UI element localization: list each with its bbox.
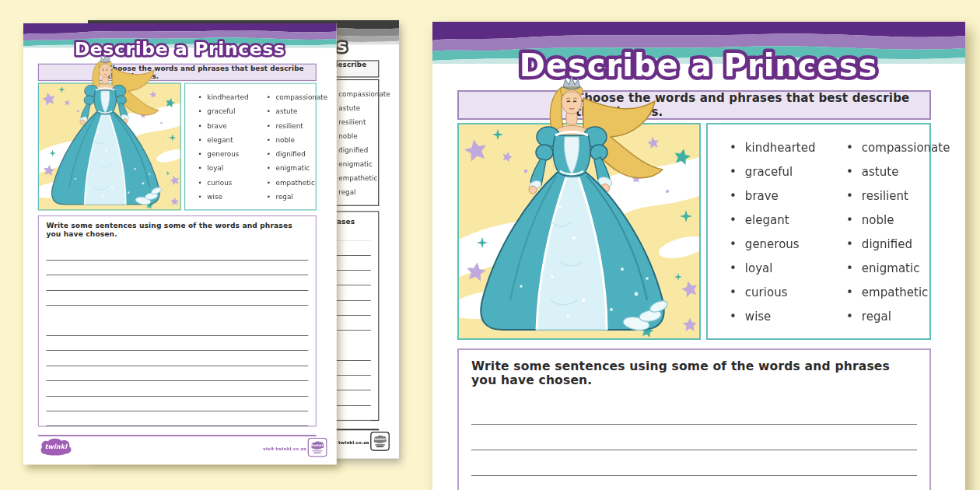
word-item: brave bbox=[198, 121, 267, 130]
word-list-box: kindhearted graceful brave elegant gener… bbox=[184, 82, 317, 210]
worksheet-title: Describe a Princess bbox=[432, 44, 965, 86]
worksheet-sheet: Describe a Princess Choose the words and… bbox=[23, 23, 337, 464]
word-item: curious bbox=[198, 178, 267, 187]
writing-prompt: Write some sentences using some of the w… bbox=[46, 222, 308, 238]
word-item: generous bbox=[730, 237, 846, 251]
badge-text-line bbox=[313, 450, 323, 451]
visit-link: visit twinkl.co.za bbox=[192, 446, 306, 450]
footer-divider bbox=[38, 435, 317, 436]
word-item: graceful bbox=[198, 107, 267, 116]
word-item: noble bbox=[267, 135, 327, 144]
svg-text:twinkl: twinkl bbox=[45, 443, 68, 450]
word-item: elegant bbox=[198, 135, 267, 144]
preview-canvas: Describe a Princess Choose the words and… bbox=[0, 0, 980, 490]
word-item: resilient bbox=[267, 121, 327, 130]
word-list: kindhearted graceful brave elegant gener… bbox=[185, 84, 316, 210]
word-item: brave bbox=[730, 189, 846, 203]
word-item: generous bbox=[198, 150, 267, 159]
word-item: compassionate bbox=[846, 141, 950, 155]
princess-image-box bbox=[457, 123, 701, 340]
instruction-box: Choose the words and phrases that best d… bbox=[457, 90, 931, 120]
writing-section: Write some sentences using some of the w… bbox=[457, 348, 931, 490]
word-item: graceful bbox=[730, 165, 846, 179]
word-item: astute bbox=[267, 107, 327, 116]
stars-background bbox=[39, 84, 180, 210]
writing-lines bbox=[46, 246, 308, 429]
word-item: kindhearted bbox=[730, 141, 846, 155]
badge-cloud-icon: twinkl bbox=[310, 441, 324, 450]
twinkl-logo: twinkl bbox=[39, 438, 74, 457]
word-list: kindhearted graceful brave elegant gener… bbox=[708, 124, 929, 339]
princess-image-box bbox=[38, 82, 181, 210]
word-item: wise bbox=[730, 310, 846, 324]
word-item: elegant bbox=[730, 213, 846, 227]
word-item: empathetic bbox=[267, 178, 327, 187]
word-item: regal bbox=[846, 310, 950, 324]
word-item: dignified bbox=[846, 237, 950, 251]
word-item: wise bbox=[198, 192, 267, 201]
instruction-text: Choose the words and phrases that best d… bbox=[576, 91, 923, 119]
writing-section: Write some sentences using some of the w… bbox=[38, 215, 317, 427]
word-item: compassionate bbox=[267, 93, 327, 102]
writing-prompt: Write some sentences using some of the w… bbox=[471, 359, 917, 387]
svg-text:twinkl: twinkl bbox=[312, 443, 324, 447]
worksheet-title: Describe a Princess bbox=[23, 36, 337, 61]
word-item: astute bbox=[846, 165, 950, 179]
word-item: curious bbox=[730, 285, 846, 299]
svg-text:Describe a Princess: Describe a Princess bbox=[520, 47, 878, 83]
word-item: loyal bbox=[730, 261, 846, 275]
stars-background bbox=[459, 124, 699, 338]
word-item: loyal bbox=[198, 164, 267, 173]
word-item: enigmatic bbox=[846, 261, 950, 275]
word-item: noble bbox=[846, 213, 950, 227]
word-item: dignified bbox=[267, 150, 327, 159]
svg-text:Describe a Princess: Describe a Princess bbox=[75, 38, 285, 60]
quality-badge: twinkl bbox=[308, 438, 327, 457]
writing-lines bbox=[471, 400, 917, 490]
worksheet-sheet: Describe a Princess Choose the words and… bbox=[432, 22, 965, 490]
word-item: kindhearted bbox=[198, 93, 267, 102]
word-item: regal bbox=[267, 192, 327, 201]
worksheet-page-large: Describe a Princess Choose the words and… bbox=[432, 22, 965, 490]
instruction-box: Choose the words and phrases that best d… bbox=[38, 64, 317, 81]
word-list-box: kindhearted graceful brave elegant gener… bbox=[706, 123, 931, 340]
badge-text-line bbox=[313, 453, 320, 453]
word-item: empathetic bbox=[846, 285, 950, 299]
instruction-text: Choose the words and phrases that best d… bbox=[107, 64, 312, 80]
word-item: enigmatic bbox=[267, 164, 327, 173]
word-item: resilient bbox=[846, 189, 950, 203]
